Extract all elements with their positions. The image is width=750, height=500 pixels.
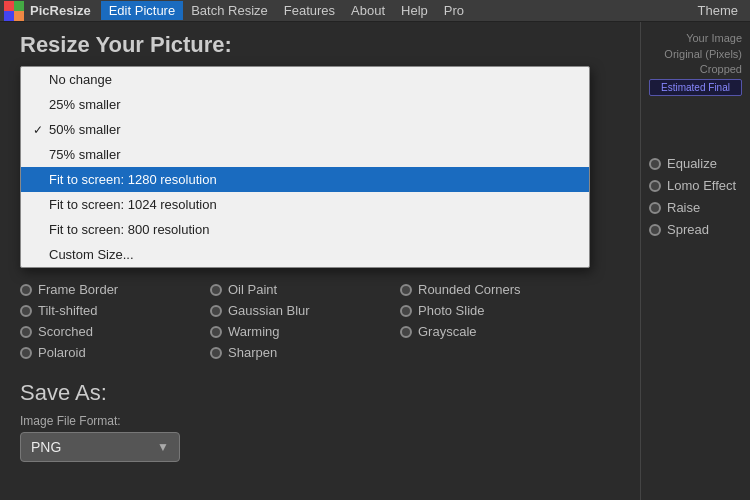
menu-help[interactable]: Help	[393, 1, 436, 20]
cropped-stat-row: Cropped	[649, 63, 742, 75]
menu-features[interactable]: Features	[276, 1, 343, 20]
effect-equalize[interactable]: Equalize	[649, 156, 742, 171]
effect-radio[interactable]	[400, 326, 412, 338]
main-area: Resize Your Picture: No change 25% small…	[0, 22, 750, 500]
effect-oil-paint[interactable]: Oil Paint	[210, 282, 400, 297]
format-arrow-icon: ▼	[157, 440, 169, 454]
svg-rect-3	[4, 11, 14, 21]
dropdown-item-800[interactable]: Fit to screen: 800 resolution	[21, 217, 589, 242]
right-panel: Your Image Original (Pixels) Cropped Est…	[640, 22, 750, 500]
dropdown-item-1024[interactable]: Fit to screen: 1024 resolution	[21, 192, 589, 217]
effect-radio[interactable]	[649, 180, 661, 192]
svg-rect-1	[4, 1, 14, 11]
effect-radio[interactable]	[210, 347, 222, 359]
your-image-title: Your Image	[649, 32, 742, 44]
menu-edit-picture[interactable]: Edit Picture	[101, 1, 183, 20]
effect-rounded-corners[interactable]: Rounded Corners	[400, 282, 590, 297]
effect-radio[interactable]	[20, 326, 32, 338]
dropdown-item-custom[interactable]: Custom Size...	[21, 242, 589, 267]
menu-pro[interactable]: Pro	[436, 1, 472, 20]
save-as-title: Save As:	[20, 380, 620, 406]
effect-gaussian-blur[interactable]: Gaussian Blur	[210, 303, 400, 318]
dropdown-list: No change 25% smaller ✓ 50% smaller 75% …	[20, 66, 590, 268]
effect-radio[interactable]	[210, 305, 222, 317]
format-label: Image File Format:	[20, 414, 620, 428]
cropped-label: Cropped	[649, 63, 742, 75]
effect-radio[interactable]	[20, 284, 32, 296]
effect-radio[interactable]	[20, 305, 32, 317]
menu-about[interactable]: About	[343, 1, 393, 20]
app-name: PicResize	[30, 3, 91, 18]
effect-radio[interactable]	[649, 158, 661, 170]
effect-radio[interactable]	[400, 284, 412, 296]
effect-frame-border[interactable]: Frame Border	[20, 282, 210, 297]
effect-radio[interactable]	[210, 284, 222, 296]
effect-scorched[interactable]: Scorched	[20, 324, 210, 339]
svg-rect-2	[14, 1, 24, 11]
resize-dropdown[interactable]: No change 25% smaller ✓ 50% smaller 75% …	[20, 66, 590, 268]
original-stat-row: Original (Pixels)	[649, 48, 742, 60]
effect-lomo[interactable]: Lomo Effect	[649, 178, 742, 193]
menu-batch-resize[interactable]: Batch Resize	[183, 1, 276, 20]
effect-radio[interactable]	[210, 326, 222, 338]
effect-radio[interactable]	[649, 202, 661, 214]
format-value: PNG	[31, 439, 61, 455]
effect-radio[interactable]	[20, 347, 32, 359]
center-panel: Resize Your Picture: No change 25% small…	[0, 22, 640, 500]
effect-grayscale[interactable]: Grayscale	[400, 324, 590, 339]
right-effects: Equalize Lomo Effect Raise Spread	[649, 156, 742, 237]
svg-rect-4	[14, 11, 24, 21]
effect-radio[interactable]	[400, 305, 412, 317]
theme-label[interactable]: Theme	[690, 1, 746, 20]
effect-sharpen[interactable]: Sharpen	[210, 345, 400, 360]
dropdown-item-1280[interactable]: Fit to screen: 1280 resolution	[21, 167, 589, 192]
effects-grid: Frame Border Oil Paint Rounded Corners T…	[20, 282, 620, 360]
menubar: PicResize Edit Picture Batch Resize Feat…	[0, 0, 750, 22]
effect-photo-slide[interactable]: Photo Slide	[400, 303, 590, 318]
effect-polaroid[interactable]: Polaroid	[20, 345, 210, 360]
effect-tilt-shifted[interactable]: Tilt-shifted	[20, 303, 210, 318]
effect-radio[interactable]	[649, 224, 661, 236]
effect-warming[interactable]: Warming	[210, 324, 400, 339]
effect-raise[interactable]: Raise	[649, 200, 742, 215]
app-logo	[4, 1, 24, 21]
dropdown-item-50[interactable]: ✓ 50% smaller	[21, 117, 589, 142]
original-label: Original (Pixels)	[649, 48, 742, 60]
dropdown-item-no-change[interactable]: No change	[21, 67, 589, 92]
effect-spread[interactable]: Spread	[649, 222, 742, 237]
dropdown-item-75[interactable]: 75% smaller	[21, 142, 589, 167]
resize-title: Resize Your Picture:	[20, 32, 620, 58]
estimated-final-badge: Estimated Final	[649, 79, 742, 96]
format-select[interactable]: PNG ▼	[20, 432, 180, 462]
dropdown-item-25[interactable]: 25% smaller	[21, 92, 589, 117]
save-as-section: Save As: Image File Format: PNG ▼	[20, 380, 620, 462]
